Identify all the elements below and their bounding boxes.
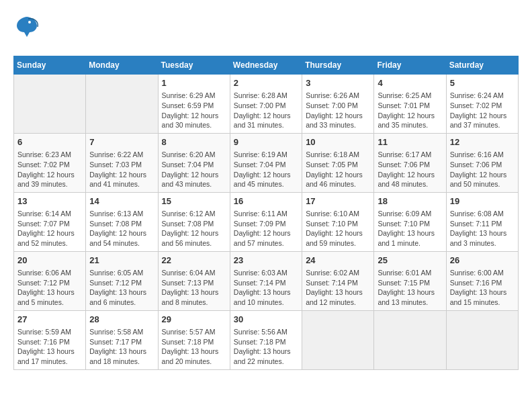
day-info: Sunrise: 6:11 AM Sunset: 7:09 PM Dayligh…: [234, 209, 298, 248]
day-info: Sunrise: 6:29 AM Sunset: 6:59 PM Dayligh…: [162, 91, 226, 130]
weekday-header: Tuesday: [158, 56, 230, 75]
day-info: Sunrise: 5:59 AM Sunset: 7:16 PM Dayligh…: [17, 327, 82, 367]
day-info: Sunrise: 6:22 AM Sunset: 7:03 PM Dayligh…: [89, 150, 154, 189]
calendar-cell: 12Sunrise: 6:16 AM Sunset: 7:06 PM Dayli…: [446, 133, 518, 192]
day-info: Sunrise: 6:00 AM Sunset: 7:16 PM Dayligh…: [450, 268, 515, 308]
calendar-week-row: 1Sunrise: 6:29 AM Sunset: 6:59 PM Daylig…: [14, 75, 519, 134]
calendar-table: SundayMondayTuesdayWednesdayThursdayFrid…: [13, 56, 519, 370]
calendar-cell: 25Sunrise: 6:01 AM Sunset: 7:15 PM Dayli…: [374, 251, 446, 310]
calendar-cell: 24Sunrise: 6:02 AM Sunset: 7:14 PM Dayli…: [302, 251, 374, 310]
day-info: Sunrise: 6:06 AM Sunset: 7:12 PM Dayligh…: [17, 268, 82, 308]
calendar-cell: [302, 310, 374, 369]
calendar-cell: 28Sunrise: 5:58 AM Sunset: 7:17 PM Dayli…: [86, 310, 158, 369]
calendar-cell: 4Sunrise: 6:25 AM Sunset: 7:01 PM Daylig…: [374, 75, 446, 134]
day-number: 5: [450, 77, 515, 89]
day-info: Sunrise: 6:05 AM Sunset: 7:12 PM Dayligh…: [89, 268, 154, 308]
day-number: 3: [306, 77, 370, 89]
day-info: Sunrise: 6:24 AM Sunset: 7:02 PM Dayligh…: [450, 91, 515, 130]
calendar-header: SundayMondayTuesdayWednesdayThursdayFrid…: [14, 56, 519, 75]
weekday-header: Wednesday: [230, 56, 302, 75]
page-header: [13, 13, 519, 45]
day-info: Sunrise: 6:10 AM Sunset: 7:10 PM Dayligh…: [306, 209, 370, 248]
day-number: 14: [89, 195, 154, 208]
day-info: Sunrise: 6:01 AM Sunset: 7:15 PM Dayligh…: [378, 268, 442, 308]
day-number: 1: [162, 77, 226, 89]
weekday-header: Thursday: [302, 56, 374, 75]
day-info: Sunrise: 6:04 AM Sunset: 7:13 PM Dayligh…: [162, 268, 226, 308]
weekday-row: SundayMondayTuesdayWednesdayThursdayFrid…: [14, 56, 519, 75]
day-number: 12: [450, 136, 515, 148]
day-number: 26: [450, 255, 515, 267]
calendar-cell: 29Sunrise: 5:57 AM Sunset: 7:18 PM Dayli…: [158, 310, 230, 369]
logo-icon: [13, 13, 40, 45]
calendar-cell: 1Sunrise: 6:29 AM Sunset: 6:59 PM Daylig…: [158, 75, 230, 134]
day-info: Sunrise: 6:12 AM Sunset: 7:08 PM Dayligh…: [162, 209, 226, 248]
day-info: Sunrise: 6:08 AM Sunset: 7:11 PM Dayligh…: [450, 209, 515, 248]
calendar-cell: 14Sunrise: 6:13 AM Sunset: 7:08 PM Dayli…: [86, 192, 158, 251]
calendar-cell: 13Sunrise: 6:14 AM Sunset: 7:07 PM Dayli…: [14, 192, 86, 251]
calendar-cell: 9Sunrise: 6:19 AM Sunset: 7:04 PM Daylig…: [230, 133, 302, 192]
day-number: 24: [306, 255, 370, 267]
calendar-cell: 18Sunrise: 6:09 AM Sunset: 7:10 PM Dayli…: [374, 192, 446, 251]
day-number: 19: [450, 195, 515, 208]
calendar-cell: 5Sunrise: 6:24 AM Sunset: 7:02 PM Daylig…: [446, 75, 518, 134]
day-number: 11: [378, 136, 442, 148]
day-info: Sunrise: 6:09 AM Sunset: 7:10 PM Dayligh…: [378, 209, 442, 248]
calendar-cell: 2Sunrise: 6:28 AM Sunset: 7:00 PM Daylig…: [230, 75, 302, 134]
day-info: Sunrise: 6:23 AM Sunset: 7:02 PM Dayligh…: [17, 150, 82, 189]
calendar-cell: [446, 310, 518, 369]
calendar-cell: 6Sunrise: 6:23 AM Sunset: 7:02 PM Daylig…: [14, 133, 86, 192]
day-info: Sunrise: 6:02 AM Sunset: 7:14 PM Dayligh…: [306, 268, 370, 308]
day-number: 23: [234, 255, 298, 267]
day-number: 16: [234, 195, 298, 208]
day-number: 4: [378, 77, 442, 89]
day-number: 8: [162, 136, 226, 148]
calendar-body: 1Sunrise: 6:29 AM Sunset: 6:59 PM Daylig…: [14, 75, 519, 370]
day-number: 10: [306, 136, 370, 148]
day-info: Sunrise: 5:58 AM Sunset: 7:17 PM Dayligh…: [89, 327, 154, 367]
calendar-cell: [14, 75, 86, 134]
day-info: Sunrise: 6:16 AM Sunset: 7:06 PM Dayligh…: [450, 150, 515, 189]
svg-point-0: [28, 21, 31, 24]
day-info: Sunrise: 6:03 AM Sunset: 7:14 PM Dayligh…: [234, 268, 298, 308]
calendar-cell: 23Sunrise: 6:03 AM Sunset: 7:14 PM Dayli…: [230, 251, 302, 310]
day-number: 28: [89, 314, 154, 326]
day-info: Sunrise: 6:17 AM Sunset: 7:06 PM Dayligh…: [378, 150, 442, 189]
day-number: 9: [234, 136, 298, 148]
calendar-cell: 10Sunrise: 6:18 AM Sunset: 7:05 PM Dayli…: [302, 133, 374, 192]
day-number: 6: [17, 136, 82, 148]
calendar-cell: 27Sunrise: 5:59 AM Sunset: 7:16 PM Dayli…: [14, 310, 86, 369]
day-number: 13: [17, 195, 82, 208]
day-info: Sunrise: 6:18 AM Sunset: 7:05 PM Dayligh…: [306, 150, 370, 189]
calendar-week-row: 20Sunrise: 6:06 AM Sunset: 7:12 PM Dayli…: [14, 251, 519, 310]
day-info: Sunrise: 5:56 AM Sunset: 7:18 PM Dayligh…: [234, 327, 298, 367]
day-number: 15: [162, 195, 226, 208]
day-number: 29: [162, 314, 226, 326]
calendar-week-row: 27Sunrise: 5:59 AM Sunset: 7:16 PM Dayli…: [14, 310, 519, 369]
calendar-cell: 20Sunrise: 6:06 AM Sunset: 7:12 PM Dayli…: [14, 251, 86, 310]
day-number: 18: [378, 195, 442, 208]
day-number: 30: [234, 314, 298, 326]
calendar-cell: [86, 75, 158, 134]
day-info: Sunrise: 6:13 AM Sunset: 7:08 PM Dayligh…: [89, 209, 154, 248]
weekday-header: Monday: [86, 56, 158, 75]
calendar-cell: 7Sunrise: 6:22 AM Sunset: 7:03 PM Daylig…: [86, 133, 158, 192]
day-info: Sunrise: 6:25 AM Sunset: 7:01 PM Dayligh…: [378, 91, 442, 130]
calendar-cell: 21Sunrise: 6:05 AM Sunset: 7:12 PM Dayli…: [86, 251, 158, 310]
day-number: 21: [89, 255, 154, 267]
calendar-cell: 11Sunrise: 6:17 AM Sunset: 7:06 PM Dayli…: [374, 133, 446, 192]
calendar-cell: 22Sunrise: 6:04 AM Sunset: 7:13 PM Dayli…: [158, 251, 230, 310]
weekday-header: Sunday: [14, 56, 86, 75]
day-info: Sunrise: 6:26 AM Sunset: 7:00 PM Dayligh…: [306, 91, 370, 130]
calendar-cell: 19Sunrise: 6:08 AM Sunset: 7:11 PM Dayli…: [446, 192, 518, 251]
day-number: 22: [162, 255, 226, 267]
calendar-cell: 17Sunrise: 6:10 AM Sunset: 7:10 PM Dayli…: [302, 192, 374, 251]
calendar-cell: 30Sunrise: 5:56 AM Sunset: 7:18 PM Dayli…: [230, 310, 302, 369]
calendar-cell: [374, 310, 446, 369]
calendar-cell: 16Sunrise: 6:11 AM Sunset: 7:09 PM Dayli…: [230, 192, 302, 251]
day-info: Sunrise: 6:28 AM Sunset: 7:00 PM Dayligh…: [234, 91, 298, 130]
day-number: 17: [306, 195, 370, 208]
calendar-cell: 26Sunrise: 6:00 AM Sunset: 7:16 PM Dayli…: [446, 251, 518, 310]
calendar-week-row: 13Sunrise: 6:14 AM Sunset: 7:07 PM Dayli…: [14, 192, 519, 251]
day-info: Sunrise: 6:14 AM Sunset: 7:07 PM Dayligh…: [17, 209, 82, 248]
